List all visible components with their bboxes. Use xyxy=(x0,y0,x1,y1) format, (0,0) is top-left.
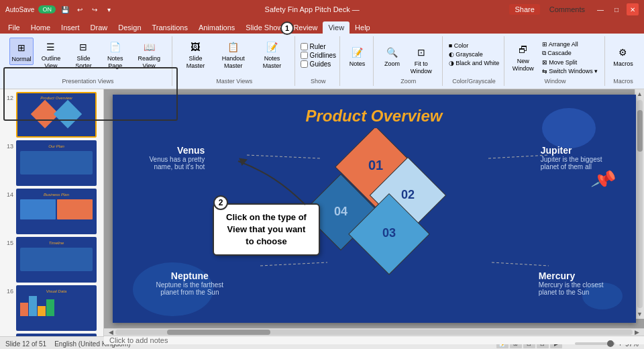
minimize-button[interactable]: — xyxy=(594,3,606,15)
zoom-group-label: Zoom xyxy=(400,77,416,85)
zoom-button[interactable]: 🔍 Zoom xyxy=(380,43,405,69)
maximize-button[interactable]: □ xyxy=(610,3,623,15)
mini-content-16 xyxy=(20,296,93,316)
guides-checkbox[interactable]: Guides xyxy=(301,60,336,68)
comments-button[interactable]: Comments xyxy=(544,4,590,15)
tab-design[interactable]: Design xyxy=(113,21,146,34)
slide-item-17[interactable]: 17 xyxy=(3,334,101,336)
reading-view-button[interactable]: 📖 Reading View xyxy=(131,38,166,71)
scroll-up-arrow[interactable]: ▲ xyxy=(635,89,644,99)
title-bar: AutoSave ON 💾 ↩ ↪ ▾ Safety Fin App Pitch… xyxy=(0,0,644,19)
mini-content-13 xyxy=(20,151,93,174)
notes-button[interactable]: 📝 Notes xyxy=(345,43,369,69)
slide-panel[interactable]: 12 Product Overview 13 Our Plan xyxy=(0,89,104,336)
ribbon: ⊞ Normal ☰ Outline View ⊟ Slide Sorter 📄… xyxy=(0,34,644,89)
slide-thumb-17[interactable] xyxy=(16,334,97,336)
tab-view[interactable]: View xyxy=(323,21,350,34)
cascade-button[interactable]: ⧉ Cascade xyxy=(539,49,601,58)
gridlines-checkbox[interactable]: Gridlines xyxy=(301,52,336,59)
notes-page-label: Notes Page xyxy=(103,55,127,70)
notes-icon: 📝 xyxy=(349,44,365,60)
slide-canvas-wrap: ▲ ▼ Product Overview Venus Venus has a p… xyxy=(104,89,644,328)
autosave-toggle[interactable]: ON xyxy=(38,5,56,13)
slide-thumb-14[interactable]: Business Plan xyxy=(16,189,97,234)
right-scrollbar[interactable]: ▲ ▼ xyxy=(635,89,644,319)
close-button[interactable]: ✕ xyxy=(627,3,639,15)
tab-animations[interactable]: Animations xyxy=(193,21,240,34)
callout-2-text: 2 xyxy=(219,198,223,207)
save-icon[interactable]: 💾 xyxy=(60,4,70,15)
redo-icon[interactable]: ↪ xyxy=(89,4,100,15)
macros-label: Macros xyxy=(613,60,633,68)
tab-home[interactable]: Home xyxy=(25,21,56,34)
handout-master-button[interactable]: 📋 Handout Master xyxy=(213,38,254,71)
guides-check[interactable] xyxy=(301,60,308,68)
jupiter-name: Jupiter xyxy=(541,145,602,156)
venus-label: Venus Venus has a prettyname, but it's h… xyxy=(150,145,205,170)
slide-item-16[interactable]: 16 Visual Data xyxy=(3,285,101,331)
more-icon[interactable]: ▾ xyxy=(104,4,115,15)
slide-item-12[interactable]: 12 Product Overview xyxy=(3,92,101,138)
tab-insert[interactable]: Insert xyxy=(56,21,85,34)
switch-windows-button[interactable]: ⇆ Switch Windows ▾ xyxy=(539,67,601,75)
handout-master-icon: 📋 xyxy=(225,39,241,55)
show-checkboxes: Ruler Gridlines Guides xyxy=(301,43,336,68)
callout-box: Click on the type of View that you want … xyxy=(213,203,320,256)
jupiter-label: Jupiter Jupiter is the biggestplanet of … xyxy=(541,145,602,170)
slide-thumb-13[interactable]: Our Plan xyxy=(16,140,97,186)
mini-title-12: Product Overview xyxy=(17,93,95,100)
gridlines-check[interactable] xyxy=(301,52,308,59)
zoom-slider[interactable] xyxy=(575,342,615,345)
fit-window-button[interactable]: ⊡ Fit to Window xyxy=(406,43,437,77)
ruler-check[interactable] xyxy=(301,43,308,50)
master-views-label: Master Views xyxy=(216,77,252,85)
macros-button[interactable]: ⚙ Macros xyxy=(610,43,636,69)
scroll-down-arrow[interactable]: ▼ xyxy=(635,309,644,319)
h-scrollbar[interactable]: ◀ ▶ xyxy=(104,328,644,336)
notes-page-button[interactable]: 📄 Notes Page xyxy=(100,38,130,71)
slide-thumb-16-content: Visual Data xyxy=(17,287,95,330)
color-button[interactable]: ■ Color xyxy=(446,42,502,50)
slide-thumb-17-content xyxy=(17,335,95,336)
notes-bar[interactable]: Click to add notes xyxy=(104,336,644,344)
slide-thumb-15-content: Timeline xyxy=(17,238,95,281)
outline-view-button[interactable]: ☰ Outline View xyxy=(35,38,67,71)
slide-sorter-button[interactable]: ⊟ Slide Sorter xyxy=(68,38,99,71)
move-split-button[interactable]: ⊠ Move Split xyxy=(539,58,601,66)
notes-master-button[interactable]: 📝 Notes Master xyxy=(255,38,290,71)
slide-master-button[interactable]: 🖼 Slide Master xyxy=(179,38,212,71)
scroll-right-arrow[interactable]: ▶ xyxy=(633,329,641,336)
zoom-icon: 🔍 xyxy=(384,44,400,60)
tab-help[interactable]: Help xyxy=(350,21,376,34)
slide-item-14[interactable]: 14 Business Plan xyxy=(3,189,101,234)
slide-thumb-16[interactable]: Visual Data xyxy=(16,285,97,331)
slide-thumb-15[interactable]: Timeline xyxy=(16,237,97,283)
color-group-label: Color/Grayscale xyxy=(452,77,496,85)
slide-thumb-14-content: Business Plan xyxy=(17,190,95,233)
slide-item-13[interactable]: 13 Our Plan xyxy=(3,140,101,186)
undo-icon[interactable]: ↩ xyxy=(74,4,85,15)
vscroll-track[interactable] xyxy=(637,100,643,308)
svg-text:04: 04 xyxy=(333,205,347,218)
vscroll-thumb xyxy=(637,110,643,152)
mini-title-15: Timeline xyxy=(17,238,95,245)
callout-number-2: 2 xyxy=(213,195,228,210)
ruler-checkbox[interactable]: Ruler xyxy=(301,43,336,50)
mercury-desc: Mercury is the closestplanet to the Sun xyxy=(539,281,604,296)
ribbon-group-notes: 📝 Notes xyxy=(341,36,373,86)
normal-view-button[interactable]: ⊞ Normal xyxy=(9,38,34,65)
scroll-left-arrow[interactable]: ◀ xyxy=(107,329,115,336)
new-window-button[interactable]: 🗗 New Window xyxy=(510,40,537,75)
tab-draw[interactable]: Draw xyxy=(85,21,113,34)
share-button[interactable]: Share xyxy=(509,4,539,15)
svg-text:03: 03 xyxy=(382,226,395,240)
neptune-name: Neptune xyxy=(156,270,224,281)
h-scrollbar-track[interactable] xyxy=(115,330,633,335)
arrange-all-button[interactable]: ⊞ Arrange All xyxy=(539,40,601,48)
tab-file[interactable]: File xyxy=(3,21,25,34)
slide-item-15[interactable]: 15 Timeline xyxy=(3,237,101,283)
slide-thumb-12[interactable]: Product Overview xyxy=(16,92,97,138)
tab-transitions[interactable]: Transitions xyxy=(147,21,193,34)
grayscale-button[interactable]: ◐ Grayscale xyxy=(446,50,502,58)
bw-button[interactable]: ◑ Black and White xyxy=(446,59,502,67)
